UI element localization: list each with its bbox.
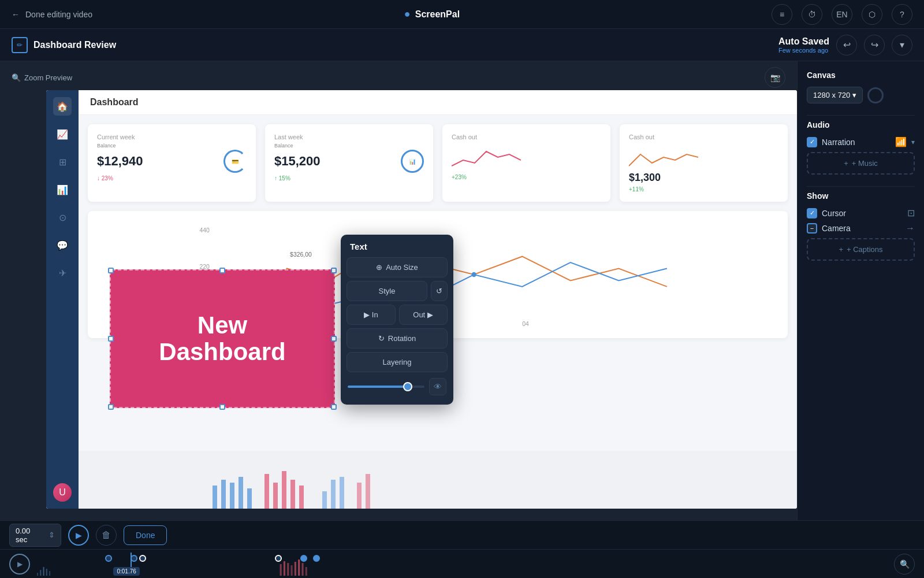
- svg-rect-33: [298, 560, 300, 576]
- back-button[interactable]: ← Done editing video: [12, 10, 92, 19]
- layers-icon-btn[interactable]: ⬡: [862, 4, 882, 25]
- time-value: 0.00 sec: [16, 527, 44, 544]
- show-section-title: Show: [807, 191, 915, 201]
- zoom-icon: 🔍: [12, 73, 21, 82]
- delete-button[interactable]: 🗑: [96, 525, 117, 546]
- bar-chart-area: [79, 451, 797, 509]
- add-music-button[interactable]: + + Music: [807, 152, 915, 175]
- card2-balance: Balance: [274, 143, 424, 149]
- play-button[interactable]: ▶: [68, 525, 89, 546]
- canvas-size-row: 1280 x 720 ▾: [807, 87, 915, 103]
- timeline-waveform-svg: [37, 553, 887, 576]
- handle-bl[interactable]: [108, 404, 114, 410]
- timeline-marker-3[interactable]: [139, 555, 146, 562]
- top-nav-actions: ≡ ⏱ EN ⬡ ?: [772, 4, 912, 25]
- text-context-menu: Text ⊕ Auto Size Style ↺ ▶ In Out: [341, 235, 453, 405]
- style-reset-button[interactable]: ↺: [431, 281, 448, 301]
- dashboard-title: Dashboard: [90, 97, 139, 107]
- rotation-icon: ↻: [378, 334, 385, 343]
- card1-value: $12,940: [97, 154, 143, 169]
- card3-label: Cash out: [452, 134, 601, 140]
- style-button[interactable]: Style: [346, 281, 427, 301]
- svg-rect-32: [295, 562, 296, 576]
- dash-chat-icon: 💬: [53, 236, 72, 254]
- overlay-text: NewDashboard: [159, 312, 285, 365]
- canvas-size-select[interactable]: 1280 x 720 ▾: [807, 87, 863, 103]
- handle-tm[interactable]: [219, 268, 225, 273]
- timeline-controls: 0.00 sec ⇕ ▶ 🗑 Done: [0, 521, 924, 550]
- card1-chart-circle: 💳: [223, 150, 247, 173]
- opacity-slider-thumb[interactable]: [403, 382, 412, 391]
- dash-user-avatar: U: [53, 483, 72, 502]
- out-label: Out: [413, 310, 425, 319]
- in-button[interactable]: ▶ In: [346, 305, 396, 325]
- toolbar: ✏ Dashboard Review Auto Saved Few second…: [0, 29, 924, 61]
- cursor-settings-icon[interactable]: ⊡: [907, 208, 915, 218]
- rotation-button[interactable]: ↻ Rotation: [346, 328, 448, 349]
- add-captions-button[interactable]: + + Captions: [807, 238, 915, 261]
- opacity-row: 👁: [346, 376, 448, 398]
- timeline-marker-1[interactable]: [105, 555, 112, 562]
- auto-size-label: Auto Size: [386, 263, 418, 272]
- dropdown-button[interactable]: ▾: [892, 35, 912, 55]
- svg-rect-8: [213, 486, 217, 509]
- visibility-toggle-button[interactable]: 👁: [429, 378, 446, 395]
- language-icon-btn[interactable]: EN: [832, 4, 852, 25]
- dash-grid-icon: ⊞: [53, 153, 72, 171]
- svg-point-7: [471, 272, 476, 277]
- svg-rect-18: [322, 491, 327, 509]
- camera-settings-icon[interactable]: →: [906, 223, 915, 234]
- handle-tr[interactable]: [331, 268, 337, 273]
- panel-divider-2: [807, 186, 915, 187]
- auto-size-button[interactable]: ⊕ Auto Size: [346, 257, 448, 277]
- svg-rect-16: [290, 480, 295, 509]
- app-name: ScreenPal: [415, 9, 460, 20]
- handle-br[interactable]: [331, 404, 337, 410]
- card1-label: Current week: [97, 134, 247, 140]
- cursor-checkbox[interactable]: ✓: [807, 208, 817, 218]
- svg-rect-30: [287, 563, 289, 576]
- text-overlay[interactable]: NewDashboard: [110, 269, 335, 408]
- menu-icon-btn[interactable]: ≡: [772, 4, 792, 25]
- handle-tl[interactable]: [108, 268, 114, 273]
- done-button[interactable]: Done: [124, 525, 167, 545]
- handle-bm[interactable]: [219, 404, 225, 410]
- card4-sparkline: [629, 143, 698, 172]
- timeline-ruler[interactable]: 0 1s 3s 5s 7s 9s 11s 13s 14s 16s 17s 19s…: [37, 553, 887, 576]
- handle-mr[interactable]: [331, 336, 337, 342]
- out-arrow-icon: ▶: [427, 310, 433, 319]
- dashboard-card-2: Last week Balance $15,200 📊 ↑ 15%: [265, 124, 433, 202]
- help-icon-btn[interactable]: ?: [892, 4, 912, 25]
- music-label: + Music: [852, 159, 878, 168]
- svg-rect-21: [357, 483, 362, 509]
- captions-plus-icon: +: [839, 245, 843, 254]
- narration-checkbox[interactable]: ✓: [807, 137, 817, 147]
- current-time-badge: 0:01.76: [113, 567, 139, 576]
- svg-rect-9: [221, 480, 226, 509]
- screenshot-button[interactable]: 📷: [765, 67, 785, 88]
- handle-ml[interactable]: [108, 336, 114, 342]
- screenpal-logo-icon: ●: [404, 8, 411, 20]
- music-plus-icon: +: [844, 159, 848, 168]
- svg-text:440: 440: [199, 227, 210, 234]
- out-button[interactable]: Out ▶: [399, 305, 448, 325]
- zoom-preview-label: 🔍 Zoom Preview: [12, 73, 72, 82]
- svg-rect-28: [280, 564, 282, 576]
- card3-value: +23%: [452, 174, 601, 180]
- layering-button[interactable]: Layering: [346, 352, 448, 372]
- in-arrow-icon: ▶: [364, 310, 370, 319]
- zoom-preview-bar: 🔍 Zoom Preview 📷: [6, 67, 791, 88]
- svg-rect-13: [264, 474, 269, 509]
- history-icon-btn[interactable]: ⏱: [802, 4, 822, 25]
- redo-button[interactable]: ↪: [864, 35, 885, 55]
- timeline-search-button[interactable]: 🔍: [894, 554, 915, 575]
- dashboard-card-1: Current week Balance $12,940 💳 ↓ 23%: [88, 124, 256, 202]
- timeline-play-button[interactable]: ▶: [9, 554, 30, 575]
- undo-button[interactable]: ↩: [836, 35, 857, 55]
- svg-rect-23: [37, 573, 38, 576]
- time-input[interactable]: 0.00 sec ⇕: [9, 524, 61, 547]
- opacity-slider[interactable]: [348, 386, 424, 388]
- toolbar-right: Auto Saved Few seconds ago ↩ ↪ ▾: [778, 35, 912, 55]
- narration-chevron[interactable]: ▾: [911, 138, 915, 146]
- camera-checkbox[interactable]: −: [807, 223, 817, 234]
